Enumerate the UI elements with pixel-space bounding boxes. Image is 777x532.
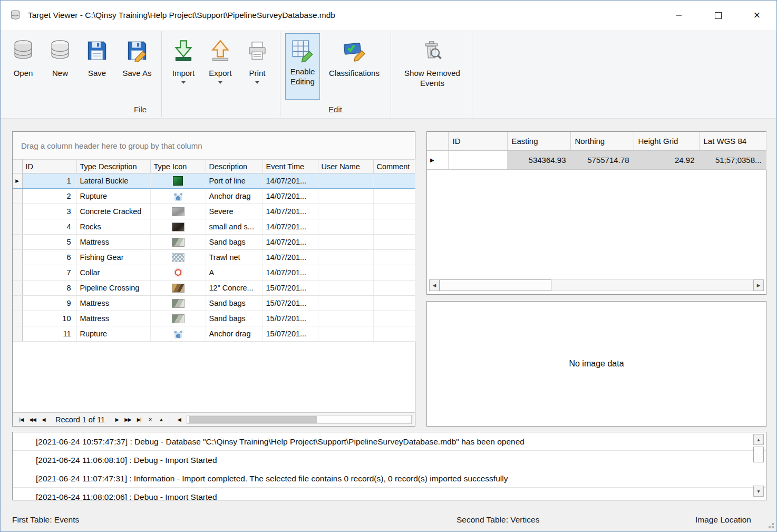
column-header-easting[interactable]: Easting: [507, 132, 570, 150]
print-dropdown-chevron-icon[interactable]: [255, 81, 259, 84]
cell-id: 10: [22, 311, 76, 326]
horizontal-scrollbar[interactable]: [187, 415, 412, 424]
cell-description: Sand bags: [206, 296, 263, 311]
group-by-hint[interactable]: Drag a column header here to group by th…: [13, 132, 415, 159]
horizontal-scrollbar-thumb[interactable]: [440, 279, 551, 291]
classifications-button[interactable]: Classifications: [322, 33, 386, 78]
cell-user-name: [318, 311, 373, 326]
column-header-id[interactable]: ID: [22, 160, 76, 173]
new-button[interactable]: New: [45, 33, 75, 78]
nav-prev-button[interactable]: ◀: [38, 417, 49, 422]
print-button[interactable]: Print: [242, 33, 273, 84]
cell-description: A: [206, 265, 263, 280]
table-row[interactable]: 7 Collar A 14/07/201...: [13, 265, 415, 280]
cell-event-time: 14/07/201...: [263, 204, 318, 219]
enable-editing-toggle[interactable]: Enable Editing: [285, 33, 320, 100]
maximize-button[interactable]: [698, 1, 737, 30]
column-header-lat-wgs84[interactable]: Lat WGS 84: [699, 132, 766, 150]
nav-next-button[interactable]: ▶: [111, 417, 122, 422]
column-header-comment[interactable]: Comment: [373, 160, 415, 173]
table-row[interactable]: 4 Rocks small and s... 14/07/201...: [13, 219, 415, 235]
vertices-table-panel: ID Easting Northing Height Grid Lat WGS …: [426, 131, 766, 295]
minimize-button[interactable]: −: [659, 1, 698, 30]
cell-description: Severe: [206, 204, 263, 219]
nav-last-button[interactable]: ▶|: [133, 417, 144, 422]
event-type-icon: [172, 314, 184, 323]
column-header-description[interactable]: Description: [206, 160, 263, 173]
horizontal-scrollbar-thumb[interactable]: [189, 416, 317, 423]
table-row[interactable]: 9 Mattress Sand bags 15/07/201...: [13, 296, 415, 311]
cell-user-name: [318, 280, 373, 296]
close-button[interactable]: ×: [737, 1, 776, 30]
save-as-button[interactable]: Save As: [118, 33, 157, 78]
nav-prev-page-button[interactable]: ◀◀: [27, 417, 38, 422]
vertical-scrollbar-thumb[interactable]: [753, 447, 764, 462]
column-header-user-name[interactable]: User Name: [318, 160, 373, 173]
scroll-up-button[interactable]: ▲: [753, 434, 764, 445]
import-dropdown-chevron-icon[interactable]: [181, 81, 186, 84]
table-row[interactable]: ▶ 1 Lateral Buckle Port of line 14/07/20…: [13, 173, 415, 189]
status-bar: First Table: Events Second Table: Vertic…: [1, 508, 776, 531]
open-label: Open: [14, 68, 33, 78]
column-header-type-description[interactable]: Type Description: [76, 160, 150, 173]
cell-user-name: [318, 204, 373, 219]
column-header-height-grid[interactable]: Height Grid: [634, 132, 699, 150]
cell-lat-wgs84: 51;57;0358...: [699, 150, 766, 169]
cell-user-name: [318, 296, 373, 311]
cell-comment: [373, 326, 415, 342]
scroll-right-button[interactable]: ▶: [753, 279, 764, 291]
table-row[interactable]: 11 Rupture Anchor drag 15/07/201...: [13, 326, 415, 342]
log-vertical-scrollbar[interactable]: ▲ ▼: [753, 434, 764, 497]
vertices-horizontal-scrollbar[interactable]: ◀ ▶: [429, 279, 764, 291]
nav-delete-button[interactable]: ×: [144, 416, 156, 423]
import-button[interactable]: Import: [167, 33, 200, 84]
hscroll-left-button[interactable]: ◀: [173, 417, 184, 422]
table-row[interactable]: 8 Pipeline Crossing 12" Concre... 15/07/…: [13, 280, 415, 296]
enable-editing-label: Enable Editing: [286, 66, 319, 86]
nav-next-page-button[interactable]: ▶▶: [122, 417, 133, 422]
table-row[interactable]: 10 Mattress Sand bags 15/07/201...: [13, 311, 415, 326]
column-header-event-time[interactable]: Event Time: [263, 160, 318, 173]
export-button[interactable]: Export: [204, 33, 237, 84]
save-button[interactable]: Save: [82, 33, 112, 78]
open-button[interactable]: Open: [8, 33, 38, 78]
cell-user-name: [318, 189, 373, 204]
scroll-right-icon: ▶: [757, 283, 761, 288]
log-panel: [2021-06-24 10:57:47:37] : Debug - Datab…: [12, 432, 766, 500]
scroll-down-button[interactable]: ▼: [753, 486, 764, 497]
app-database-icon: [9, 9, 22, 22]
events-table: ID Type Description Type Icon Descriptio…: [13, 159, 415, 342]
table-row[interactable]: 3 Concrete Cracked Severe 14/07/201...: [13, 204, 415, 219]
cell-comment: [373, 265, 415, 280]
horizontal-scrollbar-track[interactable]: [551, 279, 753, 291]
gutter-header: [427, 132, 448, 150]
table-row[interactable]: ▶ 534364.93 5755714.78 24.92 51;57;0358.…: [427, 150, 766, 169]
cell-type: Mattress: [76, 235, 150, 250]
window-title: Target Viewer - C:\Qinsy Training\Help P…: [28, 11, 335, 20]
table-row[interactable]: 2 Rupture Anchor drag 14/07/201...: [13, 189, 415, 204]
save-icon: [85, 33, 109, 68]
cell-id: 1: [22, 173, 76, 189]
cell-event-time: 14/07/201...: [263, 235, 318, 250]
log-entry: [2021-06-24 11:07:47:31] : Information -…: [13, 469, 766, 488]
export-dropdown-chevron-icon[interactable]: [218, 81, 222, 84]
cell-type: Collar: [76, 265, 150, 280]
column-header-type-icon[interactable]: Type Icon: [150, 160, 206, 173]
nav-first-button[interactable]: |◀: [16, 417, 27, 422]
scroll-left-button[interactable]: ◀: [429, 279, 440, 291]
column-header-id[interactable]: ID: [448, 132, 507, 150]
cell-id: 7: [22, 265, 76, 280]
show-removed-events-button[interactable]: Show Removed Events: [397, 33, 468, 88]
window-controls: − ×: [659, 1, 776, 30]
table-row[interactable]: 6 Fishing Gear Trawl net 14/07/201...: [13, 250, 415, 265]
cell-type-icon: [150, 219, 206, 235]
cell-comment: [373, 235, 415, 250]
column-header-northing[interactable]: Northing: [570, 132, 634, 150]
cell-comment: [373, 280, 415, 296]
table-row[interactable]: 5 Mattress Sand bags 14/07/201...: [13, 235, 415, 250]
vertices-header-row: ID Easting Northing Height Grid Lat WGS …: [427, 132, 766, 150]
target-viewer-window: Target Viewer - C:\Qinsy Training\Help P…: [0, 0, 777, 532]
resize-grip[interactable]: [772, 526, 774, 528]
maximize-icon: [715, 12, 722, 19]
nav-collapse-button[interactable]: ▲: [156, 417, 167, 422]
